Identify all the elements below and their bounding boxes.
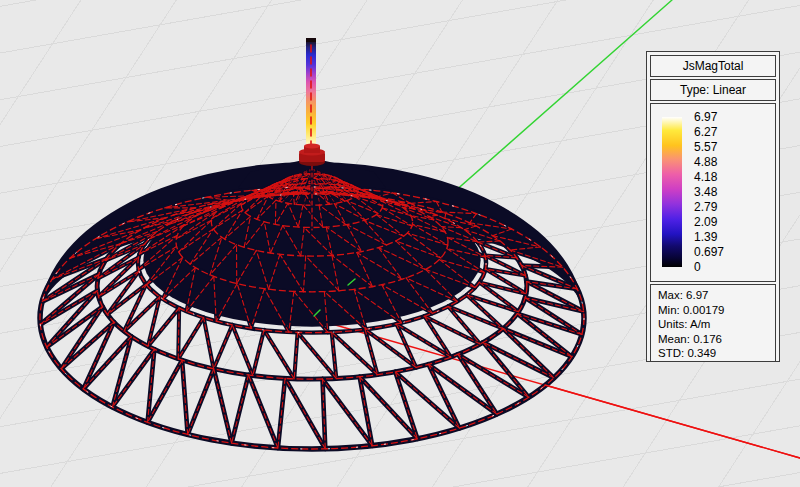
legend-statistics: Max: 6.97 Min: 0.00179 Units: A/m Mean: … bbox=[650, 284, 776, 362]
stat-max: Max: 6.97 bbox=[658, 288, 775, 303]
strut-edge bbox=[483, 342, 554, 378]
modeler-3d-viewport[interactable]: JsMagTotal Type: Linear 6.97 6.27 5.57 4… bbox=[0, 0, 800, 487]
strut-edge bbox=[285, 378, 325, 448]
scale-tick-label: 1.39 bbox=[694, 230, 774, 244]
stat-min: Min: 0.00179 bbox=[658, 303, 775, 318]
scale-tick-label: 2.09 bbox=[694, 215, 774, 229]
scale-tick-label: 4.18 bbox=[694, 170, 774, 184]
rod-top-cap bbox=[306, 38, 316, 42]
legend-quantity-title: JsMagTotal bbox=[650, 55, 776, 77]
colorbar-gradient bbox=[662, 117, 682, 267]
strut-edge bbox=[204, 318, 214, 369]
scale-tick-label: 3.48 bbox=[694, 185, 774, 199]
strut-edge bbox=[232, 375, 249, 443]
scale-tick-label: 0.697 bbox=[694, 245, 774, 259]
scale-tick-label: 4.88 bbox=[694, 155, 774, 169]
strut-edge bbox=[278, 378, 285, 448]
legend-color-scale: 6.97 6.27 5.57 4.88 4.18 3.48 2.79 2.09 … bbox=[650, 103, 776, 282]
legend-scale-type: Type: Linear bbox=[650, 79, 776, 101]
scale-tick-label: 2.79 bbox=[694, 200, 774, 214]
strut-edge bbox=[458, 354, 497, 414]
scale-tick-label: 6.27 bbox=[694, 125, 774, 139]
stat-mean: Mean: 0.176 bbox=[658, 332, 775, 347]
x-axis-overlay bbox=[545, 385, 800, 458]
strut-edge bbox=[275, 200, 276, 224]
stat-units: Units: A/m bbox=[658, 317, 775, 332]
scale-tick-label: 0 bbox=[694, 260, 774, 274]
scale-tick-label: 6.97 bbox=[694, 110, 774, 124]
scale-tick-label: 5.57 bbox=[694, 140, 774, 154]
stat-std: STD: 0.349 bbox=[658, 346, 775, 361]
strut-edge bbox=[264, 330, 294, 379]
strut-edge bbox=[188, 369, 214, 435]
collar-upper-top bbox=[304, 144, 320, 149]
field-plot-legend[interactable]: JsMagTotal Type: Linear 6.97 6.27 5.57 4… bbox=[646, 51, 780, 362]
strut bbox=[214, 276, 216, 321]
